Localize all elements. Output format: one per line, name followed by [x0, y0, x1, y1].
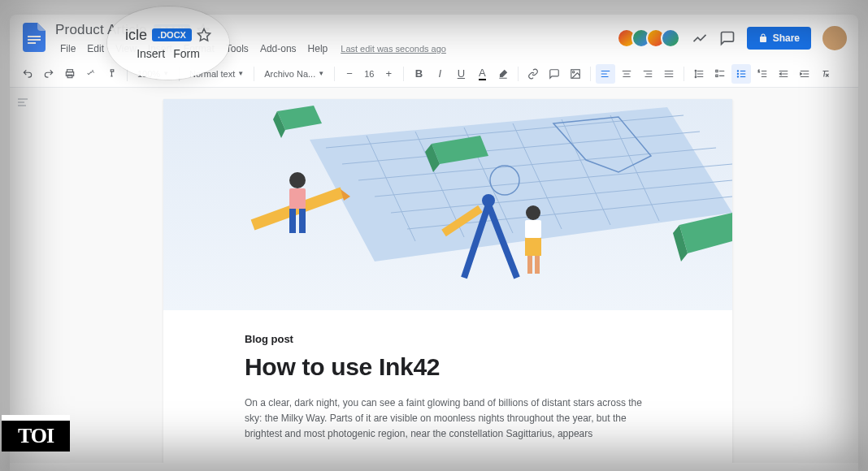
indent-increase-button[interactable] — [795, 64, 814, 84]
svg-rect-28 — [740, 73, 745, 74]
font-size-increase[interactable]: + — [379, 64, 398, 84]
numbered-list-button[interactable]: 1 — [753, 64, 772, 84]
svg-point-29 — [737, 76, 739, 77]
bold-button[interactable]: B — [409, 64, 428, 84]
align-center-button[interactable] — [617, 64, 636, 84]
svg-marker-58 — [277, 106, 322, 130]
content-area: Blog post How to use Ink42 On a clear, d… — [10, 88, 858, 463]
svg-rect-69 — [299, 209, 306, 233]
svg-rect-78 — [535, 256, 540, 274]
menu-help[interactable]: Help — [303, 41, 333, 57]
separator — [179, 67, 180, 81]
menu-edit[interactable]: Edit — [82, 41, 109, 57]
profile-avatar[interactable] — [822, 26, 847, 50]
activity-icon[interactable] — [692, 30, 708, 46]
svg-point-8 — [573, 71, 575, 72]
document-page[interactable]: Blog post How to use Ink42 On a clear, d… — [163, 99, 732, 463]
title-area: Product Article .DOCX File Edit View Ins… — [55, 21, 614, 57]
separator — [254, 67, 254, 81]
align-justify-button[interactable] — [659, 64, 679, 84]
green-block — [273, 106, 322, 138]
svg-rect-30 — [740, 76, 745, 76]
align-right-button[interactable] — [638, 64, 658, 84]
docs-logo[interactable] — [21, 21, 47, 54]
redo-button[interactable] — [39, 64, 59, 84]
svg-rect-75 — [525, 220, 541, 238]
svg-point-66 — [289, 172, 306, 188]
svg-rect-2 — [28, 42, 36, 44]
menu-bar: File Edit View Insert Format Tools Add-o… — [55, 41, 614, 57]
svg-rect-67 — [289, 188, 306, 209]
checklist-button[interactable] — [710, 64, 730, 84]
post-title: How to use Ink42 — [245, 353, 651, 381]
font-dropdown[interactable]: Archivo Na...▼ — [259, 64, 329, 84]
italic-button[interactable]: I — [430, 64, 449, 84]
separator — [590, 67, 591, 81]
outline-icon — [16, 96, 29, 109]
print-button[interactable] — [60, 64, 80, 84]
separator — [403, 67, 404, 81]
text-color-button[interactable]: A — [472, 64, 492, 84]
font-size[interactable]: 16 — [361, 64, 377, 84]
svg-rect-1 — [28, 39, 41, 41]
share-label: Share — [773, 32, 800, 44]
share-button[interactable]: Share — [747, 27, 811, 50]
page-canvas: Blog post How to use Ink42 On a clear, d… — [37, 88, 858, 463]
last-edit-link[interactable]: Last edit was seconds ago — [341, 44, 446, 54]
header: Product Article .DOCX File Edit View Ins… — [10, 15, 858, 57]
comment-button[interactable] — [545, 64, 564, 84]
docx-badge: .DOCX — [154, 24, 190, 37]
spellcheck-button[interactable]: A — [81, 64, 101, 84]
toolbar: A 100%▼ Normal text▼ Archivo Na...▼ − 16… — [10, 60, 858, 88]
svg-point-27 — [737, 72, 739, 74]
menu-format[interactable]: Format — [179, 41, 219, 57]
line-spacing-button[interactable] — [689, 64, 709, 84]
menu-insert[interactable]: Insert — [143, 41, 177, 57]
highlight-button[interactable] — [493, 64, 513, 84]
svg-text:1: 1 — [758, 69, 760, 72]
svg-rect-0 — [28, 36, 41, 37]
post-label: Blog post — [245, 333, 651, 345]
clear-format-button[interactable] — [816, 64, 835, 84]
toi-watermark: TOI — [2, 415, 70, 452]
post-body: Blog post How to use Ink42 On a clear, d… — [163, 310, 732, 443]
font-size-decrease[interactable]: − — [340, 64, 359, 84]
underline-button[interactable]: U — [451, 64, 471, 84]
separator — [334, 67, 335, 81]
undo-button[interactable] — [18, 64, 37, 84]
comments-icon[interactable] — [719, 30, 736, 46]
hero-illustration — [163, 99, 732, 310]
green-block — [673, 213, 732, 261]
svg-rect-21 — [716, 70, 718, 71]
svg-rect-23 — [716, 75, 718, 76]
star-icon[interactable] — [197, 24, 210, 37]
outline-panel[interactable] — [10, 88, 37, 463]
styles-dropdown[interactable]: Normal text▼ — [184, 64, 249, 84]
separator — [518, 67, 519, 81]
svg-rect-77 — [527, 256, 532, 274]
collaborator-avatar[interactable] — [661, 28, 680, 48]
menu-tools[interactable]: Tools — [221, 41, 254, 57]
svg-rect-76 — [525, 238, 541, 256]
zoom-dropdown[interactable]: 100%▼ — [132, 64, 174, 84]
align-left-button[interactable] — [596, 64, 615, 84]
svg-point-25 — [737, 70, 739, 71]
image-button[interactable] — [566, 64, 585, 84]
paint-format-button[interactable] — [102, 64, 122, 84]
menu-addons[interactable]: Add-ons — [255, 41, 302, 57]
blueprint-illustration — [163, 99, 732, 310]
lock-icon — [758, 33, 768, 43]
indent-decrease-button[interactable] — [774, 64, 793, 84]
document-title[interactable]: Product Article — [55, 22, 147, 38]
menu-view[interactable]: View — [111, 41, 141, 57]
link-button[interactable] — [523, 64, 543, 84]
svg-rect-26 — [740, 70, 745, 71]
menu-file[interactable]: File — [55, 41, 80, 57]
svg-point-74 — [526, 205, 540, 220]
google-docs-window: Product Article .DOCX File Edit View Ins… — [10, 15, 858, 471]
bullet-list-button[interactable] — [731, 64, 751, 84]
svg-text:A: A — [91, 68, 94, 73]
collaborator-avatars — [622, 28, 680, 48]
separator — [127, 67, 128, 81]
svg-point-72 — [482, 194, 495, 207]
